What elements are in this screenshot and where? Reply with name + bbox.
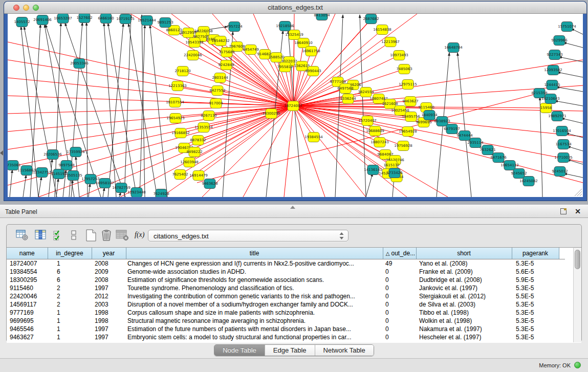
graph-node[interactable]: 8413054 (314, 14, 330, 20)
graph-node[interactable]: 1840934 (421, 111, 438, 120)
graph-node[interactable]: 20206536 (43, 150, 62, 160)
close-panel-icon[interactable]: ✕ (575, 207, 581, 215)
graph-node[interactable]: 17710035 (554, 153, 573, 163)
graph-node[interactable]: 1244415 (544, 80, 560, 90)
graph-node[interactable]: 1405572 (14, 17, 30, 27)
table-row[interactable]: 1938455462009Genome-wide association stu… (7, 268, 565, 276)
table-row[interactable]: 969969511998Structural magnetic resonanc… (7, 317, 565, 325)
graph-edge-black[interactable] (150, 25, 167, 197)
graph-node[interactable]: 9242848 (218, 60, 234, 70)
delete-table-icon[interactable] (116, 229, 129, 244)
graph-node[interactable]: 10719155 (116, 14, 135, 24)
table-row[interactable]: 946362711997Embryonic stem cells: a mode… (7, 333, 565, 341)
graph-node[interactable]: 7485063 (396, 64, 412, 74)
graph-edge-black[interactable] (563, 42, 583, 48)
tab-network-table[interactable]: Network Table (315, 345, 374, 356)
graph-node[interactable]: 8878332 (190, 136, 206, 145)
tab-node-table[interactable]: Node Table (214, 345, 265, 356)
table-row[interactable]: 977716911998Corpus callosum shape and si… (7, 309, 565, 317)
graph-node[interactable]: 18107554 (166, 98, 184, 107)
graph-node[interactable]: 2803144 (212, 73, 228, 83)
graph-node[interactable]: 19384554 (304, 133, 323, 142)
graph-node[interactable]: 19654928 (399, 127, 417, 137)
table-row[interactable]: 1830029562008Estimation of significance … (7, 276, 565, 284)
scrollbar-thumb[interactable] (575, 250, 580, 269)
graph-edge-black[interactable] (559, 57, 583, 62)
graph-node[interactable]: 17359928 (67, 147, 85, 157)
graph-edge-black[interactable] (335, 15, 343, 197)
graph-edge-black[interactable] (89, 184, 90, 197)
tab-edge-table[interactable]: Edge Table (265, 345, 315, 356)
column-header-year[interactable]: year (92, 248, 126, 259)
graph-edge-black[interactable] (555, 101, 583, 106)
column-header-pagerank[interactable]: pagerank (512, 248, 559, 259)
network-window[interactable]: citations_edges.txt 18724007183002951938… (4, 2, 586, 201)
table-row[interactable]: 1872400712008Changes of HCN gene express… (7, 259, 565, 268)
graph-node[interactable]: 20053346 (70, 59, 89, 69)
graph-node[interactable]: 12093582 (544, 65, 562, 75)
graph-node[interactable]: 7957224 (226, 22, 243, 32)
graph-node[interactable]: 8471676 (490, 153, 507, 163)
column-header-title[interactable]: title (126, 248, 383, 259)
resize-grip-icon[interactable] (577, 191, 582, 196)
graph-edge-black[interactable] (556, 87, 583, 92)
graph-edge-black[interactable] (104, 23, 116, 197)
graph-node[interactable]: 2718120 (175, 67, 190, 76)
graph-edge-black[interactable] (366, 173, 373, 197)
graph-node[interactable]: 7955812 (277, 62, 293, 72)
graph-node[interactable]: 16648784 (444, 43, 463, 53)
graph-node[interactable]: 17016504 (553, 126, 571, 136)
graph-node[interactable]: 15958 (540, 103, 552, 113)
table-row[interactable]: 1456911722003Disruption of a novel membe… (7, 300, 565, 309)
table-row[interactable]: 2242004622012Investigating the contribut… (7, 292, 565, 300)
graph-node[interactable]: 9897548 (58, 161, 74, 170)
graph-node[interactable]: 16521444 (138, 16, 156, 26)
graph-node[interactable]: 3175685 (219, 48, 234, 57)
graph-edge-black[interactable] (561, 118, 583, 123)
graph-node[interactable]: 16154838 (373, 25, 391, 35)
create-column-icon[interactable] (85, 229, 97, 244)
table-select-dropdown[interactable]: citations_edges.txt (148, 230, 349, 242)
graph-node[interactable]: 1527602 (76, 14, 92, 23)
row-height-icon[interactable] (70, 229, 77, 244)
graph-node[interactable]: 19654923 (166, 114, 185, 123)
network-graph-canvas[interactable]: 1872400718300295193845541332541918640910… (8, 14, 583, 197)
table-row[interactable]: 911546021997Tourette syndrome. Phenomeno… (7, 284, 565, 292)
graph-node[interactable]: 20691406 (33, 15, 52, 25)
column-header-in_degree[interactable]: in_degree (48, 248, 92, 259)
graph-node[interactable]: 8267130 (201, 111, 216, 121)
graph-edge-black[interactable] (103, 188, 104, 197)
graph-node[interactable]: 1336244 (340, 94, 356, 104)
graph-node[interactable]: 1588520 (268, 53, 284, 62)
graph-node[interactable]: 6466160 (98, 14, 114, 24)
graph-edge-black[interactable] (458, 53, 471, 197)
column-header-name[interactable]: name (7, 248, 48, 259)
graph-node[interactable]: 917004 (209, 99, 223, 108)
graph-edge-red[interactable] (8, 78, 293, 106)
function-builder-icon[interactable]: f(x) (135, 231, 144, 239)
graph-node[interactable]: 8990443 (305, 67, 321, 76)
panel-resize-arrow-icon[interactable] (290, 206, 295, 209)
graph-node[interactable]: 9463628 (202, 179, 217, 189)
graph-node[interactable]: 9227343 (547, 50, 562, 60)
graph-node[interactable]: 2935114 (467, 138, 484, 148)
graph-edge-red[interactable] (8, 60, 293, 106)
graph-edge-black[interactable] (86, 23, 88, 197)
graph-edge-red[interactable] (293, 66, 302, 106)
graph-node[interactable]: 7624928 (153, 189, 169, 198)
graph-edge-black[interactable] (119, 192, 121, 197)
graph-node[interactable]: 8427552 (209, 86, 225, 96)
graph-edge-black[interactable] (557, 72, 583, 77)
graph-node[interactable]: 9891253 (157, 18, 173, 28)
graph-node[interactable]: 1167534 (555, 140, 572, 149)
float-panel-icon[interactable] (560, 208, 567, 214)
graph-node[interactable]: 9463627 (402, 97, 418, 106)
panel-collapse-arrow-left[interactable] (0, 150, 3, 156)
graph-edge-black[interactable] (568, 146, 583, 151)
graph-edge-black[interactable] (564, 173, 583, 178)
table-row[interactable]: 946554611997Estimation of the future num… (7, 325, 565, 333)
graph-node[interactable]: 6879197 (444, 124, 460, 134)
table-column-chooser-icon[interactable] (35, 229, 47, 244)
graph-edge-black[interactable] (124, 15, 131, 197)
network-window-titlebar[interactable]: citations_edges.txt (4, 2, 586, 14)
